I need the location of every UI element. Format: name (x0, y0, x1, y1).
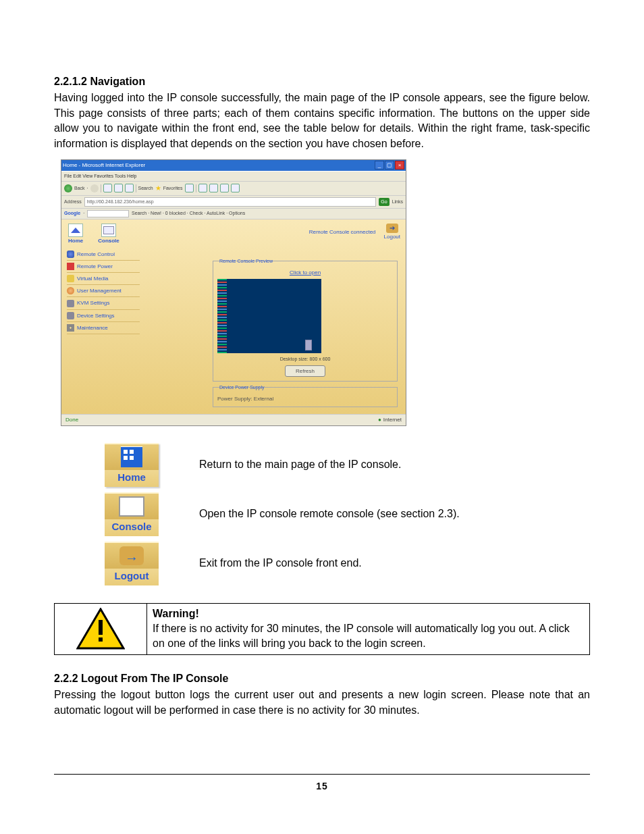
console-icon (101, 224, 116, 237)
console-icon (119, 496, 144, 517)
home-button-label: Home (105, 470, 159, 484)
sidebar-remote-control[interactable]: Remote Control (67, 249, 140, 261)
ie-status-bar: Done ●Internet (61, 414, 406, 425)
google-toolbar: Google · Search · New! · 0 blocked · Che… (61, 209, 406, 219)
home-icon (68, 224, 83, 237)
nav-home[interactable]: Home (68, 224, 83, 244)
preview-open-link[interactable]: Click to open (217, 269, 393, 276)
address-input[interactable]: http://60.248.182.236/home.asp (84, 197, 377, 207)
ie-toolbar: Back · Search ★ Favorites (61, 182, 406, 196)
warning-box: Warning! If there is no activity for 30 … (54, 603, 590, 655)
favorites-label[interactable]: Favorites (163, 185, 183, 192)
edit-icon[interactable] (220, 184, 229, 192)
remote-control-icon (67, 251, 74, 258)
ie-menubar[interactable]: File Edit View Favorites Tools Help (61, 171, 406, 182)
home-button-desc: Return to the main page of the IP consol… (199, 457, 401, 472)
sidebar-menu: Remote Control Remote Power Virtual Medi… (67, 249, 140, 334)
ie-address-bar: Address http://60.248.182.236/home.asp G… (61, 196, 406, 209)
google-toolbar-items[interactable]: Search · New! · 0 blocked · Check · Auto… (132, 210, 245, 217)
logout-button-label: Logout (105, 569, 159, 583)
remote-power-icon (67, 263, 74, 270)
maximize-button[interactable]: ▢ (385, 161, 394, 170)
sidebar-maintenance[interactable]: Maintenance (67, 322, 140, 334)
console-button-desc: Open the IP console remote console (see … (199, 506, 460, 521)
refresh-icon[interactable] (114, 184, 123, 192)
section-2212-body: Having logged into the IP console succes… (54, 90, 590, 151)
virtual-media-icon (67, 275, 74, 282)
google-brand: Google (64, 210, 80, 217)
history-icon[interactable] (185, 184, 194, 192)
sidebar-remote-power[interactable]: Remote Power (67, 261, 140, 273)
logout-icon (119, 546, 144, 565)
sidebar-virtual-media[interactable]: Virtual Media (67, 273, 140, 285)
go-button[interactable]: Go (379, 198, 389, 206)
home-icon (121, 446, 142, 467)
status-done: Done (65, 416, 78, 423)
ie-window-title: Home - Microsoft Internet Explorer (63, 161, 374, 169)
address-label: Address (64, 199, 82, 205)
home-icon[interactable] (125, 184, 134, 192)
minimize-button[interactable]: _ (375, 161, 384, 170)
logout-button-desc: Exit from the IP console front end. (199, 556, 362, 571)
home-button[interactable]: Home (105, 443, 159, 487)
search-label[interactable]: Search (138, 185, 153, 192)
section-222-body: Pressing the logout button logs the curr… (54, 687, 590, 718)
mail-icon[interactable] (198, 184, 207, 192)
back-icon[interactable] (64, 184, 72, 192)
remote-console-preview-fieldset: Remote Console Preview Click to open Des… (213, 261, 398, 382)
stop-icon[interactable] (103, 184, 112, 192)
back-label: Back (74, 185, 85, 192)
sidebar-kvm-settings[interactable]: KVM Settings (67, 297, 140, 309)
device-settings-icon (67, 312, 74, 319)
print-icon[interactable] (209, 184, 218, 192)
svg-rect-2 (99, 637, 103, 642)
internet-zone-icon: ● (378, 416, 381, 423)
close-button[interactable]: × (395, 161, 404, 170)
user-management-icon (67, 287, 74, 294)
console-button-label: Console (105, 519, 159, 533)
ie-titlebar: Home - Microsoft Internet Explorer _ ▢ × (61, 160, 406, 171)
page-number: 15 (0, 780, 644, 793)
warning-icon (60, 608, 141, 650)
google-search-input[interactable] (87, 210, 129, 217)
warning-body: If there is no activity for 30 minutes, … (153, 623, 570, 649)
kvm-settings-icon (67, 300, 74, 307)
nav-logout-label: Logout (384, 233, 400, 240)
status-zone: Internet (383, 416, 402, 423)
ie-screenshot: Home - Microsoft Internet Explorer _ ▢ ×… (61, 159, 406, 426)
svg-rect-1 (99, 620, 103, 635)
forward-icon[interactable] (90, 184, 99, 192)
desktop-size-label: Desktop size: 800 x 600 (217, 356, 393, 363)
maintenance-icon (67, 324, 74, 332)
refresh-button[interactable]: Refresh (285, 365, 325, 377)
links-label[interactable]: Links (392, 199, 403, 205)
nav-console[interactable]: Console (98, 224, 119, 244)
section-2212-title: 2.2.1.2 Navigation (54, 74, 590, 89)
device-power-fieldset: Device Power Supply Power Supply: Extern… (213, 387, 398, 407)
discuss-icon[interactable] (231, 184, 240, 192)
nav-console-label: Console (98, 237, 119, 244)
remote-console-status: Remote Console connected (309, 228, 376, 236)
footer-rule (54, 774, 590, 775)
section-222-title: 2.2.2 Logout From The IP Console (54, 671, 590, 686)
console-preview-thumbnail[interactable] (217, 279, 321, 353)
preview-legend: Remote Console Preview (217, 259, 275, 263)
sidebar-user-management[interactable]: User Management (67, 285, 140, 297)
nav-home-label: Home (68, 237, 83, 244)
console-button[interactable]: Console (105, 492, 159, 536)
power-supply-text: Power Supply: External (217, 395, 393, 402)
favorites-icon[interactable]: ★ (155, 184, 161, 193)
logout-icon[interactable]: ➔ (386, 224, 398, 233)
power-legend: Device Power Supply (217, 385, 267, 390)
warning-title: Warning! (153, 608, 199, 619)
logout-button[interactable]: Logout (105, 542, 159, 585)
sidebar-device-settings[interactable]: Device Settings (67, 310, 140, 322)
